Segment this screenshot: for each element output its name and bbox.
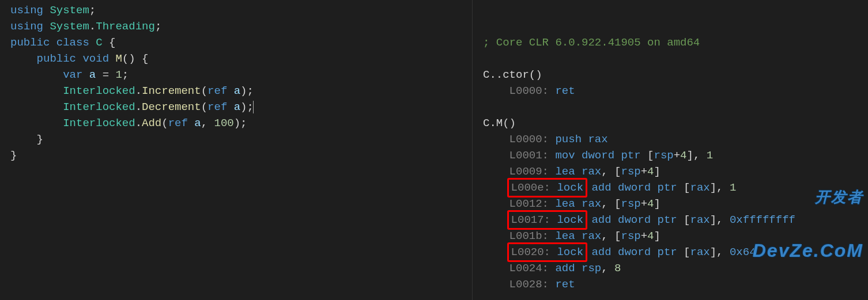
source-token: ); (240, 85, 254, 97)
asm-line[interactable]: ; Core CLR 6.0.922.41905 on amd64 (483, 35, 868, 51)
asm-line[interactable]: L0017: lock add dword ptr [rax], 0xfffff… (483, 212, 868, 228)
source-line[interactable]: var a = 1; (10, 67, 472, 83)
asm-token: add (585, 246, 618, 259)
source-token: Add (142, 117, 161, 130)
asm-line[interactable]: L000e: lock add dword ptr [rax], 1 (483, 180, 868, 196)
source-line[interactable]: } (10, 131, 472, 147)
source-line[interactable]: public class C { (10, 35, 472, 51)
asm-token: , (601, 262, 614, 275)
text-cursor (253, 101, 254, 113)
source-token: Decrement (142, 101, 201, 113)
asm-token: ], (710, 246, 730, 259)
asm-token: lea (555, 198, 582, 210)
asm-token: rsp (582, 262, 601, 275)
asm-token (483, 181, 510, 194)
asm-token: ] (654, 198, 661, 210)
source-line[interactable]: } (10, 147, 472, 164)
source-line[interactable]: using System.Threading; (10, 18, 472, 35)
asm-token: C.M() (483, 117, 516, 130)
asm-line[interactable]: L0020: lock add dword ptr [rax], 0x64 (483, 244, 868, 260)
asm-line[interactable]: L0024: add rsp, 8 (483, 260, 868, 276)
asm-token (483, 230, 510, 242)
asm-token: rax (690, 181, 710, 194)
asm-token: 4 (647, 230, 654, 242)
asm-token: rax (588, 133, 607, 146)
asm-token: rsp (621, 230, 640, 242)
source-token (10, 101, 63, 113)
source-line[interactable]: using System; (10, 2, 472, 18)
asm-line[interactable]: L0000: push rax (483, 131, 868, 147)
asm-token: 1 (707, 149, 713, 162)
asm-token (483, 85, 510, 97)
asm-token (483, 214, 510, 226)
asm-line[interactable]: L0028: ret (483, 276, 868, 293)
asm-line[interactable]: C.M() (483, 115, 868, 131)
source-line[interactable]: Interlocked.Decrement(ref a); (10, 99, 472, 115)
source-token: ); (240, 101, 254, 113)
source-token: System (50, 4, 89, 17)
asm-token: ] (654, 165, 661, 178)
asm-line[interactable]: L001b: lea rax, [rsp+4] (483, 228, 868, 244)
source-token: 1 (115, 69, 122, 81)
source-token: M (115, 52, 122, 65)
asm-token: add (555, 262, 582, 275)
asm-line[interactable] (483, 99, 868, 115)
asm-token (483, 246, 510, 259)
source-token: var (63, 69, 89, 81)
lock-highlight: L000e: lock (507, 178, 587, 198)
asm-token: , [ (601, 198, 621, 210)
asm-token: add (585, 214, 618, 226)
asm-token: rax (582, 198, 601, 210)
asm-token: ] (654, 230, 661, 242)
asm-token: dword ptr (582, 149, 647, 162)
asm-token: ], (710, 214, 730, 226)
asm-token: + (674, 149, 680, 162)
source-token: { (109, 36, 115, 49)
source-token: C (96, 36, 109, 49)
source-token (10, 69, 63, 81)
source-token: System (50, 20, 89, 33)
asm-token (483, 133, 510, 146)
asm-token: rsp (621, 198, 640, 210)
asm-token: 8 (614, 262, 621, 275)
lock-highlight: L0017: lock (507, 210, 587, 230)
source-line[interactable]: public void M() { (10, 51, 472, 67)
asm-line[interactable]: L0009: lea rax, [rsp+4] (483, 164, 868, 180)
source-token (10, 52, 37, 65)
source-token: public class (10, 36, 96, 49)
asm-token: dword ptr (618, 246, 684, 259)
asm-token: L0020: (511, 246, 557, 259)
source-line[interactable]: Interlocked.Increment(ref a); (10, 83, 472, 99)
asm-token: [ (684, 246, 690, 259)
asm-token: ; Core CLR 6.0.922.41905 on amd64 (483, 36, 700, 49)
source-token: . (135, 85, 142, 97)
source-token (10, 85, 63, 97)
asm-token: , [ (601, 165, 621, 178)
source-code-pane[interactable]: using System;using System.Threading;publ… (0, 0, 473, 300)
source-token: Increment (142, 85, 201, 97)
asm-token: lea (555, 230, 582, 242)
asm-token: lock (557, 214, 583, 226)
source-token: ; (89, 4, 96, 17)
source-token: ( (161, 117, 168, 130)
asm-line[interactable]: L0000: ret (483, 83, 868, 99)
asm-line[interactable]: C..ctor() (483, 67, 868, 83)
asm-token: dword ptr (618, 181, 684, 194)
disassembly-pane[interactable]: ; Core CLR 6.0.922.41905 on amd64 C..cto… (473, 0, 868, 300)
asm-token (483, 262, 510, 275)
source-line[interactable]: Interlocked.Add(ref a, 100); (10, 115, 472, 131)
source-token: ref (207, 101, 234, 113)
source-token: } (10, 133, 43, 146)
asm-token: ], (687, 149, 707, 162)
source-token: 100 (214, 117, 234, 130)
asm-token: L0000: (510, 133, 556, 146)
asm-line[interactable]: L0012: lea rax, [rsp+4] (483, 196, 868, 212)
asm-line[interactable] (483, 51, 868, 67)
asm-line[interactable]: L0001: mov dword ptr [rsp+4], 1 (483, 147, 868, 164)
asm-token: 4 (647, 165, 654, 178)
source-token: . (135, 117, 142, 130)
source-token: ref (168, 117, 195, 130)
source-token: Interlocked (63, 101, 135, 113)
asm-token: rsp (621, 165, 640, 178)
source-token: ref (207, 85, 234, 97)
